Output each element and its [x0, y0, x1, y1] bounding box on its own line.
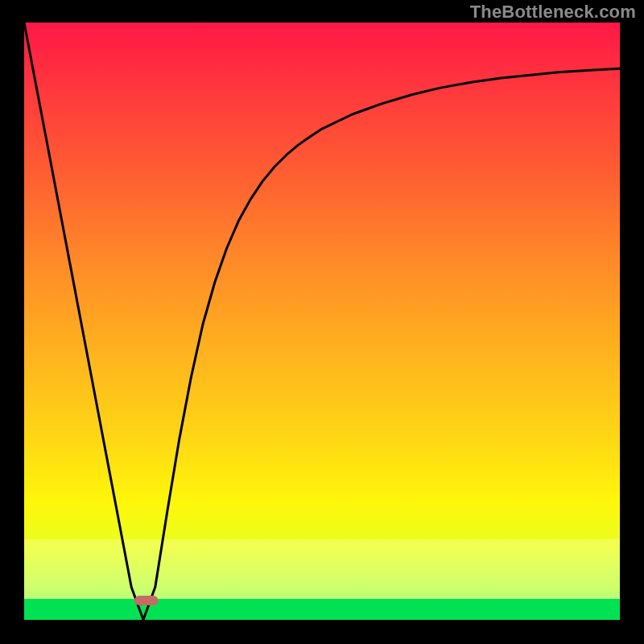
watermark-text: TheBottleneck.com — [470, 2, 636, 23]
svg-rect-3 — [24, 539, 620, 599]
svg-rect-2 — [24, 599, 620, 620]
svg-rect-1 — [24, 23, 620, 620]
chart-stage: TheBottleneck.com — [0, 0, 644, 644]
bottleneck-chart — [0, 0, 644, 644]
valley-marker — [134, 596, 159, 605]
